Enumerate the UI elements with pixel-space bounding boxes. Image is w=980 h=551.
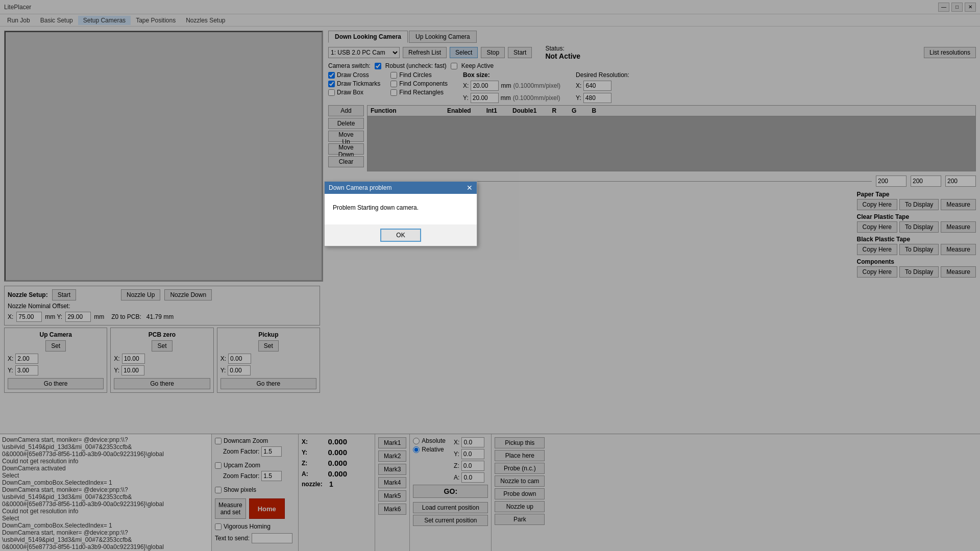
modal-footer: OK [325, 224, 477, 246]
modal-title-bar: Down Camera problem ✕ [325, 182, 477, 194]
modal-body: Problem Starting down camera. [325, 194, 477, 224]
modal-overlay: Down Camera problem ✕ Problem Starting d… [0, 0, 980, 551]
modal-close-button[interactable]: ✕ [467, 184, 473, 192]
modal-message: Problem Starting down camera. [333, 204, 469, 211]
modal-ok-button[interactable]: OK [380, 229, 421, 242]
modal-title: Down Camera problem [329, 184, 391, 191]
modal-dialog: Down Camera problem ✕ Problem Starting d… [324, 181, 477, 246]
